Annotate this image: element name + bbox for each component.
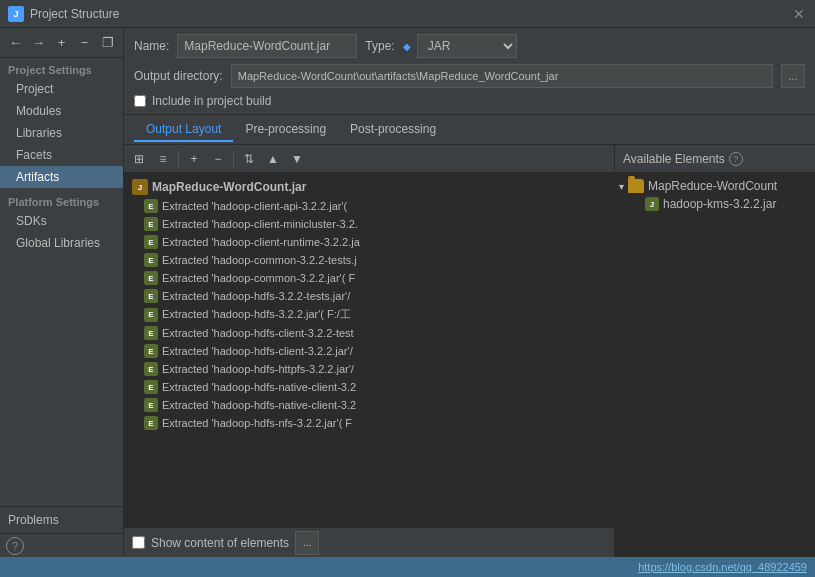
jar-extract-icon: E xyxy=(144,289,158,303)
tree-item-label: Extracted 'hadoop-common-3.2.2.jar'( F xyxy=(162,272,355,284)
tree-item[interactable]: E Extracted 'hadoop-hdfs-httpfs-3.2.2.ja… xyxy=(124,360,614,378)
platform-settings-label: Platform Settings xyxy=(0,188,123,210)
jar-extract-icon: E xyxy=(144,344,158,358)
show-content-checkbox[interactable] xyxy=(132,536,145,549)
name-input[interactable] xyxy=(177,34,357,58)
tree-item[interactable]: E Extracted 'hadoop-common-3.2.2-tests.j xyxy=(124,251,614,269)
tree-root-item[interactable]: J MapReduce-WordCount.jar xyxy=(124,177,614,197)
output-label: Output directory: xyxy=(134,69,223,83)
left-content: ⊞ ≡ + − ⇅ ▲ ▼ J MapReduce-WordCount.jar xyxy=(124,145,615,557)
content-area: ⊞ ≡ + − ⇅ ▲ ▼ J MapReduce-WordCount.jar xyxy=(124,145,815,557)
ct-minus-btn[interactable]: − xyxy=(207,148,229,170)
ct-up-btn[interactable]: ▲ xyxy=(262,148,284,170)
jar-extract-icon: E xyxy=(144,362,158,376)
title-bar: J Project Structure ✕ xyxy=(0,0,815,28)
dots-button[interactable]: ... xyxy=(295,531,319,555)
window-title: Project Structure xyxy=(30,7,791,21)
available-tree: ▾ MapReduce-WordCount J hadoop-kms-3.2.2… xyxy=(615,173,815,557)
name-type-row: Name: Type: ◆ JAR xyxy=(134,34,805,58)
bottom-row: Show content of elements ... xyxy=(124,527,614,557)
type-label: Type: xyxy=(365,39,394,53)
right-panel: Name: Type: ◆ JAR Output directory: … xyxy=(124,28,815,557)
tree-item[interactable]: E Extracted 'hadoop-hdfs-client-3.2.2-te… xyxy=(124,324,614,342)
sidebar-item-problems[interactable]: Problems xyxy=(0,506,123,533)
ct-grid-btn[interactable]: ⊞ xyxy=(128,148,150,170)
tree-item-label: Extracted 'hadoop-hdfs-3.2.2.jar'( F:/工 xyxy=(162,307,351,322)
ct-add-btn[interactable]: + xyxy=(183,148,205,170)
include-checkbox[interactable] xyxy=(134,95,146,107)
browse-button[interactable]: … xyxy=(781,64,805,88)
tree-item[interactable]: E Extracted 'hadoop-hdfs-client-3.2.2.ja… xyxy=(124,342,614,360)
close-button[interactable]: ✕ xyxy=(791,6,807,22)
output-input[interactable] xyxy=(231,64,773,88)
tree-item[interactable]: E Extracted 'hadoop-hdfs-native-client-3… xyxy=(124,378,614,396)
copy-button[interactable]: ❐ xyxy=(98,33,117,53)
tree-item-label: Extracted 'hadoop-client-minicluster-3.2… xyxy=(162,218,358,230)
remove-button[interactable]: − xyxy=(75,33,94,53)
tree-item[interactable]: E Extracted 'hadoop-hdfs-3.2.2.jar'( F:/… xyxy=(124,305,614,324)
help-bar: ? xyxy=(0,533,123,557)
tree-item-label: Extracted 'hadoop-client-runtime-3.2.2.j… xyxy=(162,236,360,248)
tabs-row: Output Layout Pre-processing Post-proces… xyxy=(124,115,815,145)
sidebar-item-facets[interactable]: Facets xyxy=(0,144,123,166)
sidebar-item-modules[interactable]: Modules xyxy=(0,100,123,122)
jar-extract-icon: E xyxy=(144,326,158,340)
ct-sort-btn[interactable]: ⇅ xyxy=(238,148,260,170)
jar-child-icon: J xyxy=(645,197,659,211)
tree-item-label: Extracted 'hadoop-client-api-3.2.2.jar'( xyxy=(162,200,347,212)
tree-item-label: Extracted 'hadoop-hdfs-client-3.2.2-test xyxy=(162,327,354,339)
content-toolbar: ⊞ ≡ + − ⇅ ▲ ▼ xyxy=(124,145,614,173)
tree-item[interactable]: E Extracted 'hadoop-hdfs-3.2.2-tests.jar… xyxy=(124,287,614,305)
include-label: Include in project build xyxy=(152,94,271,108)
tree-item-label: Extracted 'hadoop-hdfs-3.2.2-tests.jar'/ xyxy=(162,290,350,302)
include-row: Include in project build xyxy=(134,94,805,108)
sidebar-item-sdks[interactable]: SDKs xyxy=(0,210,123,232)
tree-item-label: Extracted 'hadoop-common-3.2.2-tests.j xyxy=(162,254,357,266)
tree-item[interactable]: E Extracted 'hadoop-hdfs-nfs-3.2.2.jar'(… xyxy=(124,414,614,432)
jar-extract-icon: E xyxy=(144,271,158,285)
left-panel: ← → + − ❐ Project Settings Project Modul… xyxy=(0,28,124,557)
tab-output-layout[interactable]: Output Layout xyxy=(134,118,233,142)
available-help-button[interactable]: ? xyxy=(729,152,743,166)
status-link[interactable]: https://blog.csdn.net/qq_48922459 xyxy=(638,561,807,573)
tree-item[interactable]: E Extracted 'hadoop-client-minicluster-3… xyxy=(124,215,614,233)
jar-extract-icon: E xyxy=(144,199,158,213)
forward-button[interactable]: → xyxy=(29,33,48,53)
ct-list-btn[interactable]: ≡ xyxy=(152,148,174,170)
type-select-container: ◆ JAR xyxy=(403,34,517,58)
artifact-tree: J MapReduce-WordCount.jar E Extracted 'h… xyxy=(124,173,614,527)
help-button[interactable]: ? xyxy=(6,537,24,555)
sidebar-item-global-libraries[interactable]: Global Libraries xyxy=(0,232,123,254)
jar-extract-icon: E xyxy=(144,217,158,231)
tree-item-label: Extracted 'hadoop-hdfs-httpfs-3.2.2.jar'… xyxy=(162,363,354,375)
jar-extract-icon: E xyxy=(144,253,158,267)
status-bar: https://blog.csdn.net/qq_48922459 xyxy=(0,557,815,577)
left-toolbar: ← → + − ❐ xyxy=(0,28,123,58)
available-child-item[interactable]: J hadoop-kms-3.2.2.jar xyxy=(615,195,815,213)
sidebar-item-libraries[interactable]: Libraries xyxy=(0,122,123,144)
artifact-config: Name: Type: ◆ JAR Output directory: … xyxy=(124,28,815,115)
tab-pre-processing[interactable]: Pre-processing xyxy=(233,118,338,142)
tree-item-label: Extracted 'hadoop-hdfs-native-client-3.2 xyxy=(162,381,356,393)
sidebar-item-project[interactable]: Project xyxy=(0,78,123,100)
jar-extract-icon: E xyxy=(144,380,158,394)
available-group-item[interactable]: ▾ MapReduce-WordCount xyxy=(615,177,815,195)
back-button[interactable]: ← xyxy=(6,33,25,53)
app-icon: J xyxy=(8,6,24,22)
ct-down-btn[interactable]: ▼ xyxy=(286,148,308,170)
output-row: Output directory: … xyxy=(134,64,805,88)
jar-extract-icon: E xyxy=(144,398,158,412)
show-content-label: Show content of elements xyxy=(151,536,289,550)
tree-item[interactable]: E Extracted 'hadoop-hdfs-native-client-3… xyxy=(124,396,614,414)
tree-item[interactable]: E Extracted 'hadoop-common-3.2.2.jar'( F xyxy=(124,269,614,287)
tree-item[interactable]: E Extracted 'hadoop-client-api-3.2.2.jar… xyxy=(124,197,614,215)
name-label: Name: xyxy=(134,39,169,53)
type-select[interactable]: JAR xyxy=(417,34,517,58)
tab-post-processing[interactable]: Post-processing xyxy=(338,118,448,142)
tree-item[interactable]: E Extracted 'hadoop-client-runtime-3.2.2… xyxy=(124,233,614,251)
tree-root-label: MapReduce-WordCount.jar xyxy=(152,180,306,194)
jar-root-icon: J xyxy=(132,179,148,195)
add-button[interactable]: + xyxy=(52,33,71,53)
sidebar-item-artifacts[interactable]: Artifacts xyxy=(0,166,123,188)
available-header-label: Available Elements xyxy=(623,152,725,166)
